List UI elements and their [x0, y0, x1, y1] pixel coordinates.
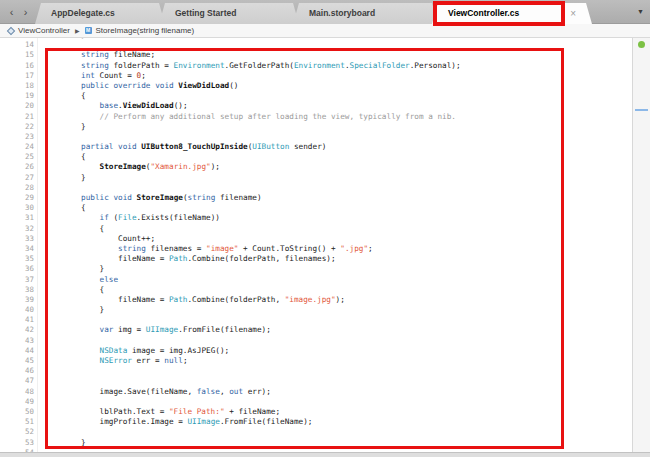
tab-appdelegate-cs[interactable]: AppDelegate.cs	[35, 3, 165, 24]
code-text: imgProfile.Image = UIImage.FromFile(file…	[38, 417, 312, 427]
code-line: 32 {	[0, 224, 632, 234]
code-line: 49	[0, 397, 632, 407]
code-text	[38, 315, 44, 325]
code-text: string folderPath = Environment.GetFolde…	[38, 61, 461, 71]
tab-overflow-dropdown-icon[interactable]: ▼	[637, 8, 644, 15]
code-line: 17 int Count = 0;	[0, 71, 632, 81]
code-line: 39 fileName = Path.Combine(folderPath, "…	[0, 295, 632, 305]
line-number: 46	[0, 366, 38, 376]
code-text: lblPath.Text = "File Path:" + fileName;	[38, 407, 280, 417]
code-text: }	[38, 173, 86, 183]
line-number: 42	[0, 325, 38, 335]
line-number: 28	[0, 183, 38, 193]
line-number: 32	[0, 224, 38, 234]
caret-position-marker	[635, 109, 648, 111]
code-text: {	[38, 224, 104, 234]
code-text: else	[38, 275, 118, 285]
line-number: 37	[0, 275, 38, 285]
code-text	[38, 376, 44, 386]
code-line: 22 }	[0, 122, 632, 132]
line-number: 41	[0, 315, 38, 325]
line-number: 27	[0, 173, 38, 183]
code-text: NSError err = null;	[38, 356, 188, 366]
code-line: 31 if (File.Exists(fileName))	[0, 213, 632, 223]
tab-main-storyboard[interactable]: Main.storyboard	[293, 3, 438, 24]
code-text: StoreImage("Xamarin.jpg");	[38, 162, 220, 172]
breadcrumb-method-label: StoreImage(string filename)	[96, 26, 195, 35]
line-number: 40	[0, 305, 38, 315]
code-text	[38, 336, 44, 346]
code-text: NSData image = img.AsJPEG();	[38, 346, 229, 356]
window-bottom-edge	[0, 452, 650, 457]
class-icon	[7, 26, 15, 34]
code-editor-window: ‹ › AppDelegate.csGetting StartedMain.st…	[0, 0, 650, 457]
code-text	[38, 427, 44, 437]
breadcrumb-class[interactable]: ViewController	[0, 26, 70, 35]
code-line: 53 }	[0, 438, 632, 448]
code-line: 15 string fileName;	[0, 50, 632, 60]
line-number: 35	[0, 254, 38, 264]
line-number: 29	[0, 193, 38, 203]
scrollbar[interactable]	[632, 38, 650, 452]
tab-strip: AppDelegate.csGetting StartedMain.storyb…	[35, 3, 592, 24]
code-line: 27 }	[0, 173, 632, 183]
code-lines: 13 }1415 string fileName;16 string folde…	[0, 38, 632, 452]
line-number: 17	[0, 71, 38, 81]
code-line: 45 NSError err = null;	[0, 356, 632, 366]
code-text: if (File.Exists(fileName))	[38, 213, 220, 223]
code-text: partial void UIButton8_TouchUpInside(UIB…	[38, 142, 326, 152]
line-number: 44	[0, 346, 38, 356]
line-number: 43	[0, 336, 38, 346]
line-number: 49	[0, 397, 38, 407]
code-line: 42 var img = UIImage.FromFile(filename);	[0, 325, 632, 335]
line-number: 19	[0, 91, 38, 101]
code-text	[38, 366, 44, 376]
code-text: }	[38, 305, 104, 315]
back-icon[interactable]: ‹	[5, 3, 18, 21]
code-line: 35 fileName = Path.Combine(folderPath, f…	[0, 254, 632, 264]
code-line: 14	[0, 40, 632, 50]
tab-getting-started[interactable]: Getting Started	[159, 3, 299, 24]
tab-viewcontroller-cs[interactable]: ViewController.cs×	[432, 3, 592, 24]
code-text: {	[38, 91, 86, 101]
code-line: 38 {	[0, 285, 632, 295]
code-text: }	[38, 38, 86, 40]
code-line: 41	[0, 315, 632, 325]
code-text: public void StoreImage(string filename)	[38, 193, 262, 203]
code-text: }	[38, 438, 86, 448]
build-status-dot-icon	[638, 41, 645, 48]
code-line: 43	[0, 336, 632, 346]
code-line: 30 {	[0, 203, 632, 213]
line-number: 30	[0, 203, 38, 213]
code-line: 19 {	[0, 91, 632, 101]
tab-bar: ‹ › AppDelegate.csGetting StartedMain.st…	[0, 0, 650, 24]
breadcrumb: ViewController ▶ M StoreImage(string fil…	[0, 24, 650, 38]
line-number: 45	[0, 356, 38, 366]
line-number: 22	[0, 122, 38, 132]
code-line: 46	[0, 366, 632, 376]
line-number: 24	[0, 142, 38, 152]
line-number: 48	[0, 387, 38, 397]
line-number: 25	[0, 152, 38, 162]
code-text	[38, 397, 44, 407]
line-number: 14	[0, 40, 38, 50]
breadcrumb-separator-icon: ▶	[75, 27, 80, 34]
code-editor-area[interactable]: 13 }1415 string fileName;16 string folde…	[0, 38, 632, 452]
tab-close-icon[interactable]: ×	[570, 3, 576, 24]
forward-icon[interactable]: ›	[19, 3, 32, 21]
code-line: 25 {	[0, 152, 632, 162]
code-text: }	[38, 122, 86, 132]
breadcrumb-method[interactable]: M StoreImage(string filename)	[85, 26, 195, 35]
line-number: 18	[0, 81, 38, 91]
code-line: 37 else	[0, 275, 632, 285]
line-number: 50	[0, 407, 38, 417]
code-line: 48 image.Save(fileName, false, out err);	[0, 387, 632, 397]
line-number: 16	[0, 61, 38, 71]
line-number: 21	[0, 112, 38, 122]
code-text: string fileName;	[38, 50, 155, 60]
code-text: fileName = Path.Combine(folderPath, "ima…	[38, 295, 345, 305]
code-text: var img = UIImage.FromFile(filename);	[38, 325, 271, 335]
line-number: 31	[0, 213, 38, 223]
code-line: 51 imgProfile.Image = UIImage.FromFile(f…	[0, 417, 632, 427]
code-text: public override void ViewDidLoad()	[38, 81, 238, 91]
